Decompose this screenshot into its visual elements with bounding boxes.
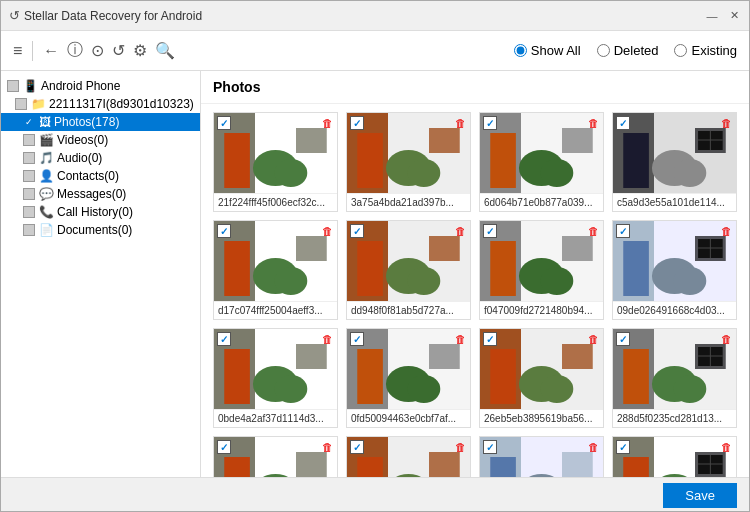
- photo-select-checkbox[interactable]: [483, 224, 497, 238]
- photo-delete-button[interactable]: 🗑: [320, 332, 334, 346]
- refresh-icon[interactable]: ↺: [112, 41, 125, 60]
- device-icon: 📁: [31, 97, 46, 111]
- search-icon[interactable]: 🔍: [155, 41, 175, 60]
- photo-thumbnail[interactable]: 🗑 3a75a4bda21ad397b...: [346, 112, 471, 212]
- photo-thumbnail[interactable]: 🗑 2b5c270cfed71b7067...: [346, 436, 471, 477]
- photo-select-checkbox[interactable]: [350, 116, 364, 130]
- photo-select-checkbox[interactable]: [217, 116, 231, 130]
- photo-select-checkbox[interactable]: [483, 116, 497, 130]
- sidebar-item-contacts[interactable]: 👤 Contacts(0): [1, 167, 200, 185]
- contacts-checkbox[interactable]: [23, 170, 35, 182]
- android-phone-checkbox[interactable]: [7, 80, 19, 92]
- photo-delete-button[interactable]: 🗑: [586, 116, 600, 130]
- photo-select-checkbox[interactable]: [616, 116, 630, 130]
- svg-rect-35: [357, 241, 383, 296]
- photo-label: f047009fd2721480b94...: [480, 301, 603, 319]
- photo-thumbnail[interactable]: 🗑 0fd50094463e0cbf7af...: [346, 328, 471, 428]
- contacts-label: Contacts(0): [57, 169, 119, 183]
- photo-delete-button[interactable]: 🗑: [453, 332, 467, 346]
- photo-thumbnail[interactable]: 🗑 26eb5eb3895619ba56...: [479, 328, 604, 428]
- main-layout: 📱 Android Phone 📁 22111317I(8d9301d10323…: [1, 71, 749, 477]
- photo-delete-button[interactable]: 🗑: [453, 440, 467, 454]
- photo-delete-button[interactable]: 🗑: [586, 440, 600, 454]
- sidebar-item-audio[interactable]: 🎵 Audio(0): [1, 149, 200, 167]
- photo-select-checkbox[interactable]: [217, 440, 231, 454]
- svg-rect-62: [357, 349, 383, 404]
- sidebar-item-android-phone[interactable]: 📱 Android Phone: [1, 77, 200, 95]
- svg-rect-14: [490, 133, 516, 188]
- photo-select-checkbox[interactable]: [616, 224, 630, 238]
- close-button[interactable]: ✕: [727, 9, 741, 23]
- photo-delete-button[interactable]: 🗑: [719, 116, 733, 130]
- sidebar-item-photos[interactable]: ✓ 🖼 Photos(178): [1, 113, 200, 131]
- photo-thumbnail[interactable]: 🗑 c5a9d3e55a101de114...: [612, 112, 737, 212]
- photo-thumbnail[interactable]: 🗑 d17c074fff25004aeff3...: [213, 220, 338, 320]
- sidebar-item-videos[interactable]: 🎬 Videos(0): [1, 131, 200, 149]
- deleted-radio[interactable]: Deleted: [597, 43, 659, 58]
- photo-thumbnail[interactable]: 🗑 0bde4a2af37d1114d3...: [213, 328, 338, 428]
- photo-select-checkbox[interactable]: [616, 332, 630, 346]
- photo-image-area: 🗑: [613, 221, 736, 301]
- svg-point-22: [673, 159, 706, 187]
- photo-select-checkbox[interactable]: [483, 332, 497, 346]
- photos-label: Photos(178): [54, 115, 119, 129]
- settings-icon[interactable]: ⚙: [133, 41, 147, 60]
- save-button[interactable]: Save: [663, 483, 737, 508]
- audio-checkbox[interactable]: [23, 152, 35, 164]
- photo-thumbnail[interactable]: 🗑 3304edde4727d78185...: [213, 436, 338, 477]
- photo-select-checkbox[interactable]: [350, 332, 364, 346]
- photo-select-checkbox[interactable]: [350, 224, 364, 238]
- photo-select-checkbox[interactable]: [217, 224, 231, 238]
- documents-checkbox[interactable]: [23, 224, 35, 236]
- photo-delete-button[interactable]: 🗑: [453, 224, 467, 238]
- content-title: Photos: [201, 71, 749, 104]
- contacts-icon: 👤: [39, 169, 54, 183]
- photo-thumbnail[interactable]: 🗑 09de026491668c4d03...: [612, 220, 737, 320]
- sidebar-item-device[interactable]: 📁 22111317I(8d9301d10323): [1, 95, 200, 113]
- photo-delete-button[interactable]: 🗑: [719, 332, 733, 346]
- photo-thumbnail[interactable]: 🗑 f047009fd2721480b94...: [479, 220, 604, 320]
- photo-label: 6d064b71e0b877a039...: [480, 193, 603, 211]
- device-checkbox[interactable]: [15, 98, 27, 110]
- info-icon[interactable]: ⓘ: [67, 40, 83, 61]
- show-all-radio[interactable]: Show All: [514, 43, 581, 58]
- photos-checkbox[interactable]: ✓: [23, 116, 35, 128]
- photo-delete-button[interactable]: 🗑: [320, 116, 334, 130]
- photo-select-checkbox[interactable]: [350, 440, 364, 454]
- svg-point-10: [407, 159, 440, 187]
- photo-label: d17c074fff25004aeff3...: [214, 301, 337, 319]
- videos-checkbox[interactable]: [23, 134, 35, 146]
- callhistory-checkbox[interactable]: [23, 206, 35, 218]
- photo-delete-button[interactable]: 🗑: [320, 440, 334, 454]
- show-all-label: Show All: [531, 43, 581, 58]
- title-bar: ↺ Stellar Data Recovery for Android — ✕: [1, 1, 749, 31]
- photo-image-area: 🗑: [613, 329, 736, 409]
- photo-select-checkbox[interactable]: [616, 440, 630, 454]
- photo-delete-button[interactable]: 🗑: [719, 440, 733, 454]
- existing-radio[interactable]: Existing: [674, 43, 737, 58]
- photo-delete-button[interactable]: 🗑: [719, 224, 733, 238]
- sidebar-item-callhistory[interactable]: 📞 Call History(0): [1, 203, 200, 221]
- sidebar-item-documents[interactable]: 📄 Documents(0): [1, 221, 200, 239]
- minimize-button[interactable]: —: [705, 9, 719, 23]
- photo-image-area: 🗑: [480, 329, 603, 409]
- photo-delete-button[interactable]: 🗑: [320, 224, 334, 238]
- svg-rect-41: [490, 241, 516, 296]
- photo-thumbnail[interactable]: 🗑 3101eaf065f9d5626cb...: [479, 436, 604, 477]
- photo-select-checkbox[interactable]: [483, 440, 497, 454]
- photo-thumbnail[interactable]: 🗑 6d064b71e0b877a039...: [479, 112, 604, 212]
- photo-thumbnail[interactable]: 🗑 21f224fff45f006ecf32c...: [213, 112, 338, 212]
- photo-delete-button[interactable]: 🗑: [586, 224, 600, 238]
- messages-checkbox[interactable]: [23, 188, 35, 200]
- scan-icon[interactable]: ⊙: [91, 41, 104, 60]
- photo-delete-button[interactable]: 🗑: [586, 332, 600, 346]
- photo-select-checkbox[interactable]: [217, 332, 231, 346]
- menu-icon[interactable]: ≡: [13, 42, 22, 60]
- back-icon[interactable]: ←: [43, 42, 59, 60]
- photo-thumbnail[interactable]: 🗑 288d5f0235cd281d13...: [612, 328, 737, 428]
- photo-thumbnail[interactable]: 🗑 dd948f0f81ab5d727a...: [346, 220, 471, 320]
- photo-thumbnail[interactable]: 🗑 3304edde4727d78185...: [612, 436, 737, 477]
- photo-delete-button[interactable]: 🗑: [453, 116, 467, 130]
- svg-rect-92: [429, 452, 460, 477]
- sidebar-item-messages[interactable]: 💬 Messages(0): [1, 185, 200, 203]
